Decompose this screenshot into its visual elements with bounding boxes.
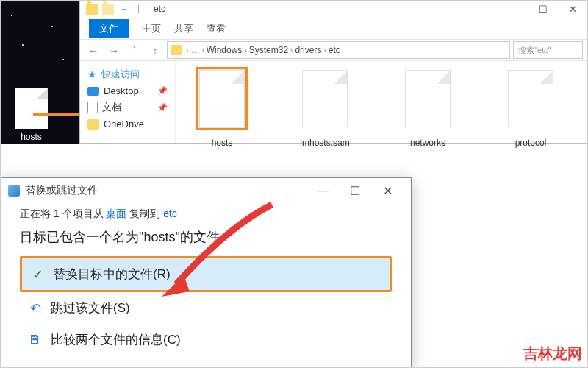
file-name: lmhosts.sam <box>284 138 365 148</box>
compare-icon: 🗎 <box>27 332 43 347</box>
desktop-icon <box>87 87 99 96</box>
search-input[interactable]: 搜索"etc" <box>513 41 583 59</box>
sidebar-quick-access[interactable]: ★ 快速访问 <box>83 66 172 83</box>
dialog-message: 目标已包含一个名为"hosts"的文件 <box>20 228 392 246</box>
close-button[interactable]: ✕ <box>371 180 404 202</box>
sidebar: ★ 快速访问 Desktop 📌 文档 📌 OneDrive <box>80 61 176 143</box>
folder-icon <box>171 45 182 55</box>
explorer-window: = | etc — ☐ ✕ 文件 主页 共享 查看 ← → ˅ ↑ › … › … <box>79 0 588 144</box>
maximize-button[interactable]: ☐ <box>528 1 558 18</box>
ribbon-tabs: 文件 主页 共享 查看 <box>80 18 587 39</box>
onedrive-icon <box>87 119 99 130</box>
file-icon <box>405 70 451 127</box>
close-button[interactable]: ✕ <box>558 1 587 18</box>
pin-icon: 📌 <box>157 86 168 96</box>
sidebar-item-documents[interactable]: 文档 📌 <box>83 99 172 116</box>
chevron-right-icon: › <box>186 46 188 54</box>
dialog-icon <box>8 185 20 197</box>
file-icon <box>199 70 245 127</box>
tab-home[interactable]: 主页 <box>142 22 161 35</box>
option-label: 跳过该文件(S) <box>51 300 130 316</box>
nav-history-button[interactable]: ˅ <box>126 41 143 59</box>
file-name: protocol <box>490 138 571 148</box>
file-item-hosts[interactable]: hosts <box>182 67 262 137</box>
star-icon: ★ <box>87 68 97 80</box>
breadcrumb[interactable]: drivers <box>295 45 321 55</box>
folder-icon <box>102 4 114 15</box>
option-compare[interactable]: 🗎 比较两个文件的信息(C) <box>20 324 392 355</box>
titlebar: = | etc — ☐ ✕ <box>80 1 587 18</box>
separator: | <box>135 4 146 15</box>
pin-icon: 📌 <box>157 103 168 113</box>
file-icon <box>15 88 48 129</box>
file-icon <box>508 70 553 127</box>
nav-forward-button[interactable]: → <box>105 41 123 59</box>
minimize-button[interactable]: — <box>499 1 528 18</box>
option-skip[interactable]: ↶ 跳过该文件(S) <box>20 292 392 324</box>
sidebar-item-label: 快速访问 <box>101 68 140 81</box>
document-icon <box>87 102 98 113</box>
undo-icon: ↶ <box>27 300 43 316</box>
option-label: 替换目标中的文件(R) <box>53 266 171 283</box>
dialog-subtitle: 正在将 1 个项目从 桌面 复制到 etc <box>20 208 392 221</box>
breadcrumb[interactable]: Windows <box>207 45 243 55</box>
separator: = <box>118 4 130 15</box>
minimize-button[interactable]: — <box>306 180 339 202</box>
nav-up-button[interactable]: ↑ <box>146 41 164 59</box>
file-icon <box>302 70 348 127</box>
sidebar-item-onedrive[interactable]: OneDrive <box>83 116 172 132</box>
file-item-networks[interactable]: networks <box>387 67 468 137</box>
watermark: 吉林龙网 <box>523 344 582 364</box>
dialog-titlebar: 替换或跳过文件 — ☐ ✕ <box>1 178 411 203</box>
chevron-right-icon: › <box>244 46 246 54</box>
tab-view[interactable]: 查看 <box>207 22 226 35</box>
nav-back-button[interactable]: ← <box>85 41 102 59</box>
desktop-file-label: hosts <box>15 132 48 142</box>
file-name: hosts <box>182 138 262 148</box>
maximize-button[interactable]: ☐ <box>339 180 371 202</box>
dialog-title: 替换或跳过文件 <box>26 184 98 197</box>
file-list: hosts lmhosts.sam networks protocol <box>176 61 587 143</box>
file-item-lmhosts[interactable]: lmhosts.sam <box>284 67 365 137</box>
replace-dialog: 替换或跳过文件 — ☐ ✕ 正在将 1 个项目从 桌面 复制到 etc 目标已包… <box>0 177 412 368</box>
tab-file[interactable]: 文件 <box>89 19 129 38</box>
chevron-right-icon: › <box>323 46 326 54</box>
option-replace[interactable]: ✓ 替换目标中的文件(R) <box>20 256 392 292</box>
sidebar-item-label: Desktop <box>104 85 139 96</box>
search-placeholder: 搜索"etc" <box>518 45 551 56</box>
tab-share[interactable]: 共享 <box>174 22 193 35</box>
chevron-right-icon: › <box>290 46 293 54</box>
check-icon: ✓ <box>29 266 46 283</box>
window-title: etc <box>151 4 162 15</box>
file-item-protocol[interactable]: protocol <box>490 67 571 137</box>
address-row: ← → ˅ ↑ › … › Windows › System32 › drive… <box>80 39 587 61</box>
chevron-right-icon: › <box>201 46 204 54</box>
address-bar[interactable]: › … › Windows › System32 › drivers › etc <box>167 41 510 59</box>
sidebar-item-label: 文档 <box>102 101 121 114</box>
folder-icon <box>86 4 98 15</box>
desktop-background: hosts <box>0 0 79 144</box>
breadcrumb[interactable]: System32 <box>249 45 288 55</box>
file-name: networks <box>387 138 468 148</box>
sidebar-item-label: OneDrive <box>104 118 144 130</box>
breadcrumb[interactable]: etc <box>329 45 340 55</box>
option-label: 比较两个文件的信息(C) <box>51 331 181 348</box>
sidebar-item-desktop[interactable]: Desktop 📌 <box>83 83 172 99</box>
